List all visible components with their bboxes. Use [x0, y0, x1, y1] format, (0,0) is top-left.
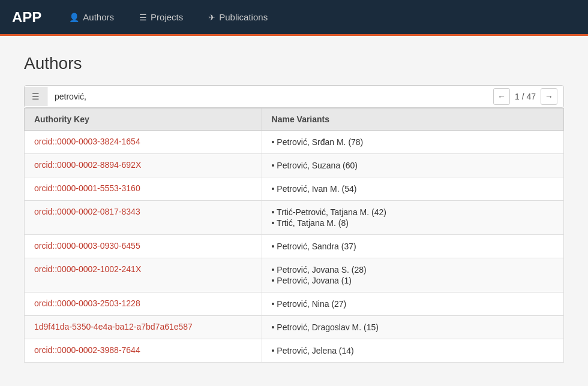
app-brand[interactable]: APP — [12, 9, 41, 26]
page-title: Authors — [24, 54, 564, 73]
name-variant-item: Petrović, Srđan M. (78) — [272, 137, 554, 147]
name-variants-list: Petrović, Jovana S. (28)Petrović, Jovana… — [272, 264, 554, 286]
pagination-area: ← 1 / 47 → — [487, 86, 563, 107]
name-variant-item: Petrović, Suzana (60) — [272, 160, 554, 171]
nav-item-publications[interactable]: ✈ Publications — [199, 7, 277, 27]
name-variants-list: Petrović, Ivan M. (54) — [272, 183, 554, 194]
authors-icon: 👤 — [69, 13, 79, 22]
nav-label-authors: Authors — [83, 12, 114, 22]
nav-label-projects: Projects — [151, 12, 183, 22]
table-row: orcid::0000-0001-5553-3160Petrović, Ivan… — [25, 177, 564, 201]
navbar: APP 👤 Authors ☰ Projects ✈ Publications — [0, 0, 588, 36]
name-variants-list: Petrović, Sandra (37) — [272, 241, 554, 252]
name-variants-list: Trtić-Petrović, Tatjana M. (42)Trtić, Ta… — [272, 207, 554, 228]
name-variant-item: Petrović, Jovana (1) — [272, 275, 554, 286]
name-variants-list: Petrović, Nina (27) — [272, 298, 554, 309]
table-row: orcid::0000-0002-0817-8343Trtić-Petrović… — [25, 201, 564, 235]
table-row: orcid::0000-0002-8894-692XPetrović, Suza… — [25, 154, 564, 177]
page-content: Authors ☰ ← 1 / 47 → Authority Key Name … — [0, 36, 588, 381]
nav-links: 👤 Authors ☰ Projects ✈ Publications — [59, 7, 277, 27]
pagination-text: 1 / 47 — [515, 92, 536, 101]
table-row: orcid::0000-0003-0930-6455Petrović, Sand… — [25, 235, 564, 258]
table-header-row: Authority Key Name Variants — [25, 108, 564, 131]
authority-key-link[interactable]: 1d9f41da-5350-4e4a-ba12-a7bd7a61e587 — [34, 322, 193, 331]
table-row: orcid::0000-0002-1002-241XPetrović, Jova… — [25, 258, 564, 292]
name-variant-item: Petrović, Jovana S. (28) — [272, 264, 554, 275]
name-variants-list: Petrović, Dragoslav M. (15) — [272, 322, 554, 333]
name-variant-item: Petrović, Ivan M. (54) — [272, 183, 554, 194]
authority-key-link[interactable]: orcid::0000-0003-2503-1228 — [34, 298, 140, 308]
authority-key-link[interactable]: orcid::0000-0001-5553-3160 — [34, 183, 140, 193]
name-variants-list: Petrović, Jelena (14) — [272, 345, 554, 356]
name-variant-item: Trtić-Petrović, Tatjana M. (42) — [272, 207, 554, 218]
search-input[interactable] — [47, 87, 487, 106]
publications-icon: ✈ — [208, 13, 215, 22]
nav-label-publications: Publications — [219, 12, 268, 22]
col-header-name-variants: Name Variants — [262, 108, 563, 131]
name-variants-list: Petrović, Suzana (60) — [272, 160, 554, 171]
table-body: orcid::0000-0003-3824-1654Petrović, Srđa… — [25, 131, 564, 363]
table-row: orcid::0000-0003-2503-1228Petrović, Nina… — [25, 292, 564, 316]
col-header-authority-key: Authority Key — [25, 108, 262, 131]
name-variant-item: Trtić, Tatjana M. (8) — [272, 218, 554, 228]
table-row: orcid::0000-0003-3824-1654Petrović, Srđa… — [25, 131, 564, 154]
authority-key-link[interactable]: orcid::0000-0002-1002-241X — [34, 264, 141, 274]
nav-item-authors[interactable]: 👤 Authors — [59, 7, 124, 27]
authority-key-link[interactable]: orcid::0000-0002-0817-8343 — [34, 207, 140, 216]
name-variant-item: Petrović, Sandra (37) — [272, 241, 554, 252]
filter-bar: ☰ ← 1 / 47 → — [24, 85, 564, 108]
authority-key-link[interactable]: orcid::0000-0002-3988-7644 — [34, 345, 140, 355]
nav-item-projects[interactable]: ☰ Projects — [130, 7, 193, 27]
authority-key-link[interactable]: orcid::0000-0002-8894-692X — [34, 160, 141, 170]
name-variants-list: Petrović, Srđan M. (78) — [272, 137, 554, 147]
filter-icon-button[interactable]: ☰ — [25, 87, 47, 106]
authority-key-link[interactable]: orcid::0000-0003-0930-6455 — [34, 241, 140, 251]
name-variant-item: Petrović, Nina (27) — [272, 298, 554, 309]
authors-table: Authority Key Name Variants orcid::0000-… — [24, 108, 564, 363]
authority-key-link[interactable]: orcid::0000-0003-3824-1654 — [34, 137, 140, 146]
name-variant-item: Petrović, Jelena (14) — [272, 345, 554, 356]
projects-icon: ☰ — [139, 13, 147, 22]
prev-page-button[interactable]: ← — [493, 88, 510, 105]
name-variant-item: Petrović, Dragoslav M. (15) — [272, 322, 554, 333]
table-row: 1d9f41da-5350-4e4a-ba12-a7bd7a61e587Petr… — [25, 316, 564, 339]
next-page-button[interactable]: → — [541, 88, 557, 105]
table-row: orcid::0000-0002-3988-7644Petrović, Jele… — [25, 339, 564, 363]
